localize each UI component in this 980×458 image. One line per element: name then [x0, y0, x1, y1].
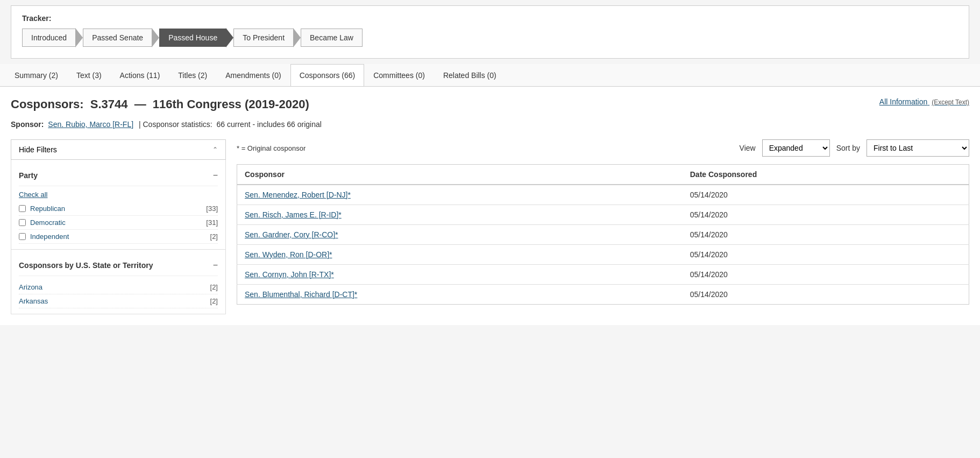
tracker-label: Tracker:: [22, 14, 958, 23]
party-count: [33]: [206, 205, 218, 213]
tracker-arrow-to-president: [293, 28, 301, 47]
sort-select[interactable]: First to LastLast to FirstAlphabetical b…: [867, 139, 969, 157]
party-filter-section: Party − Check all Republican [33] Democr…: [11, 160, 226, 250]
territory-label[interactable]: Arkansas: [19, 297, 48, 305]
sponsor-label: Sponsor:: [11, 120, 44, 129]
cosponsor-link[interactable]: Sen. Blumenthal, Richard [D-CT]*: [245, 290, 357, 299]
check-all-link[interactable]: Check all: [19, 191, 218, 199]
cosponsor-name-cell: Sen. Gardner, Cory [R-CO]*: [237, 225, 683, 245]
table-row: Sen. Cornyn, John [R-TX]* 05/14/2020: [237, 265, 969, 285]
cosponsor-date-cell: 05/14/2020: [683, 285, 969, 305]
cosponsor-name-cell: Sen. Menendez, Robert [D-NJ]*: [237, 185, 683, 205]
territory-count: [2]: [210, 297, 218, 305]
hide-filters-button[interactable]: Hide Filters ⌃: [11, 139, 226, 160]
cosponsor-date-cell: 05/14/2020: [683, 245, 969, 265]
all-info-note: (Except Text): [932, 98, 969, 106]
cosponsor-link[interactable]: Sen. Gardner, Cory [R-CO]*: [245, 230, 338, 239]
tab-navigation: Summary (2)Text (3)Actions (11)Titles (2…: [0, 64, 980, 87]
cosponsor-name-cell: Sen. Wyden, Ron [D-OR]*: [237, 245, 683, 265]
cosponsor-table: Cosponsor Date Cosponsored Sen. Menendez…: [237, 164, 969, 305]
party-filter-item: Democratic [31]: [19, 216, 218, 230]
table-row: Sen. Gardner, Cory [R-CO]* 05/14/2020: [237, 225, 969, 245]
title-prefix: Cosponsors:: [11, 97, 84, 111]
territory-filter-title: Cosponsors by U.S. State or Territory: [19, 261, 153, 270]
tab-summary[interactable]: Summary (2): [5, 64, 67, 86]
hide-filters-label: Hide Filters: [19, 145, 57, 154]
territory-filter-items: Arizona [2] Arkansas [2]: [19, 280, 218, 308]
sponsor-stats: 66 current - includes 66 original: [217, 120, 322, 129]
table-row: Sen. Wyden, Ron [D-OR]* 05/14/2020: [237, 245, 969, 265]
party-filter-title: Party: [19, 171, 38, 180]
territory-label[interactable]: Arizona: [19, 283, 42, 291]
tab-related-bills[interactable]: Related Bills (0): [434, 64, 506, 86]
tracker-arrow-passed-senate: [152, 28, 159, 47]
title-bill: S.3744: [90, 97, 128, 111]
page-title: Cosponsors: S.3744 — 116th Congress (201…: [11, 97, 309, 111]
view-label: View: [740, 144, 756, 152]
tab-cosponsors[interactable]: Cosponsors (66): [290, 64, 365, 86]
territory-filter-header: Cosponsors by U.S. State or Territory −: [19, 255, 218, 276]
party-filter-header: Party −: [19, 165, 218, 186]
tracker-step-passed-house: Passed House: [159, 29, 226, 47]
party-label[interactable]: Republican: [30, 205, 65, 213]
territory-count: [2]: [210, 283, 218, 291]
table-row: Sen. Menendez, Robert [D-NJ]* 05/14/2020: [237, 185, 969, 205]
view-sort-bar: * = Original cosponsor View ExpandedCond…: [237, 139, 969, 157]
tracker-arrow-passed-house: [226, 28, 233, 47]
cosponsor-name-cell: Sen. Risch, James E. [R-ID]*: [237, 205, 683, 225]
view-select[interactable]: ExpandedCondensed: [762, 139, 830, 157]
main-content: Cosponsors: S.3744 — 116th Congress (201…: [0, 87, 980, 325]
tab-text[interactable]: Text (3): [67, 64, 111, 86]
cosponsor-link[interactable]: Sen. Cornyn, John [R-TX]*: [245, 270, 334, 279]
filter-item-left: Republican: [19, 205, 65, 213]
chevron-up-icon: ⌃: [212, 146, 218, 153]
all-info-anchor[interactable]: All Information (Except Text): [879, 97, 969, 106]
sort-label: Sort by: [836, 144, 860, 152]
party-count: [31]: [206, 219, 218, 227]
col-date: Date Cosponsored: [683, 165, 969, 185]
party-count: [2]: [210, 232, 218, 241]
territory-filter-section: Cosponsors by U.S. State or Territory − …: [11, 250, 226, 314]
table-row: Sen. Risch, James E. [R-ID]* 05/14/2020: [237, 205, 969, 225]
filters-panel: Hide Filters ⌃ Party − Check all Republi…: [11, 139, 226, 314]
party-filter-item: Independent [2]: [19, 230, 218, 244]
filter-item-left: Democratic: [19, 219, 66, 227]
territory-filter-collapse[interactable]: −: [213, 260, 218, 270]
cosponsors-content: * = Original cosponsor View ExpandedCond…: [237, 139, 969, 305]
party-checkbox[interactable]: [19, 233, 26, 240]
all-info-link[interactable]: All Information (Except Text): [879, 97, 969, 106]
tab-titles[interactable]: Titles (2): [169, 64, 216, 86]
tracker-step-to-president: To President: [233, 29, 294, 47]
party-checkbox[interactable]: [19, 205, 26, 212]
tracker-step-became-law: Became Law: [301, 29, 363, 47]
tab-amendments[interactable]: Amendments (0): [216, 64, 290, 86]
cosponsor-link[interactable]: Sen. Menendez, Robert [D-NJ]*: [245, 191, 351, 199]
sponsor-separator: | Cosponsor statistics:: [139, 120, 212, 129]
original-note: * = Original cosponsor: [237, 144, 306, 152]
table-row: Sen. Blumenthal, Richard [D-CT]* 05/14/2…: [237, 285, 969, 305]
party-checkbox[interactable]: [19, 219, 26, 226]
cosponsor-date-cell: 05/14/2020: [683, 185, 969, 205]
tracker-arrow-introduced: [75, 28, 83, 47]
sponsor-name-link[interactable]: Sen. Rubio, Marco [R-FL]: [48, 120, 133, 129]
filter-item-left: Independent: [19, 232, 69, 241]
cosponsor-link[interactable]: Sen. Risch, James E. [R-ID]*: [245, 210, 342, 219]
tab-committees[interactable]: Committees (0): [364, 64, 434, 86]
cosponsor-name-cell: Sen. Blumenthal, Richard [D-CT]*: [237, 285, 683, 305]
party-label[interactable]: Independent: [30, 232, 69, 241]
cosponsor-date-cell: 05/14/2020: [683, 225, 969, 245]
page-header: Cosponsors: S.3744 — 116th Congress (201…: [11, 97, 969, 111]
title-dash: —: [134, 97, 146, 111]
tracker-step-passed-senate: Passed Senate: [83, 29, 152, 47]
party-label[interactable]: Democratic: [30, 219, 66, 227]
cosponsor-date-cell: 05/14/2020: [683, 205, 969, 225]
tracker-container: Tracker: IntroducedPassed SenatePassed H…: [11, 5, 969, 59]
cosponsor-name-cell: Sen. Cornyn, John [R-TX]*: [237, 265, 683, 285]
tab-actions[interactable]: Actions (11): [111, 64, 169, 86]
party-filter-collapse[interactable]: −: [213, 171, 218, 180]
territory-filter-item: Arkansas [2]: [19, 294, 218, 308]
tracker-steps: IntroducedPassed SenatePassed HouseTo Pr…: [22, 28, 958, 47]
view-sort-controls: View ExpandedCondensed Sort by First to …: [740, 139, 969, 157]
cosponsor-table-body: Sen. Menendez, Robert [D-NJ]* 05/14/2020…: [237, 185, 969, 305]
cosponsor-link[interactable]: Sen. Wyden, Ron [D-OR]*: [245, 250, 332, 259]
